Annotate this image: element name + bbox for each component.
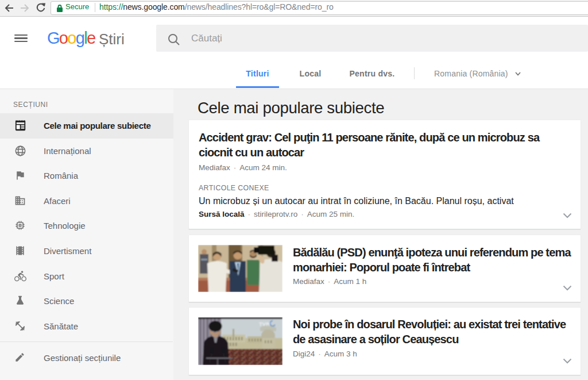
svg-text:TVR: TVR bbox=[259, 321, 270, 327]
